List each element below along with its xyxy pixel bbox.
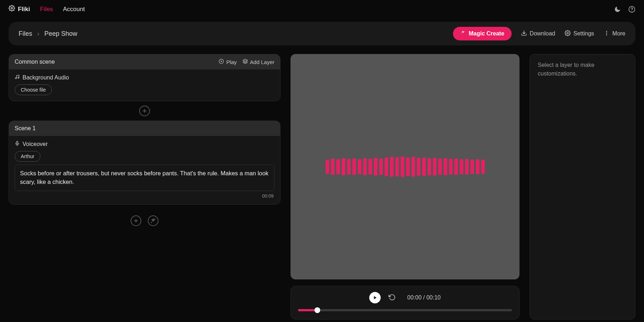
plus-icon — [142, 108, 147, 114]
background-audio-label: Background Audio — [23, 74, 69, 81]
audio-waveform — [326, 156, 485, 177]
time-display: 00:00 / 00:10 — [407, 294, 440, 301]
play-button[interactable] — [369, 292, 381, 303]
download-icon — [521, 30, 527, 38]
ai-scene-button[interactable] — [148, 215, 158, 226]
svg-point-14 — [18, 77, 19, 79]
svg-marker-11 — [221, 60, 223, 62]
common-scene-add-layer-button[interactable]: Add Layer — [243, 59, 274, 65]
gear-icon — [9, 5, 15, 13]
common-scene-play-button[interactable]: Play — [219, 59, 236, 65]
microphone-icon — [15, 141, 20, 147]
svg-point-9 — [606, 34, 606, 35]
svg-point-4 — [461, 33, 462, 34]
breadcrumb: Files › Peep Show — [19, 30, 77, 38]
settings-button[interactable]: Settings — [565, 30, 594, 38]
settings-icon — [565, 30, 571, 38]
background-audio-layer[interactable]: Background Audio — [15, 74, 274, 81]
sparkle-icon — [150, 218, 156, 224]
play-triangle-icon — [373, 295, 378, 300]
svg-marker-12 — [243, 59, 248, 61]
brand[interactable]: Fliki — [9, 5, 30, 13]
preview-column: 00:00 / 00:10 — [291, 54, 519, 319]
breadcrumb-current: Peep Show — [44, 30, 77, 38]
progress-thumb[interactable] — [314, 307, 320, 313]
top-nav: Fliki Files Account — [0, 0, 644, 18]
svg-point-3 — [464, 31, 465, 31]
sparkle-icon — [460, 30, 466, 37]
scenes-column: Common scene Play Add Layer — [9, 54, 280, 319]
common-scene-header: Common scene Play Add Layer — [9, 54, 280, 69]
breadcrumb-separator: › — [37, 30, 39, 38]
rewind-icon — [389, 294, 396, 301]
action-bar: Files › Peep Show Magic Create Download … — [9, 22, 635, 45]
common-scene-title: Common scene — [15, 59, 55, 65]
settings-label: Settings — [574, 30, 594, 37]
progress-slider[interactable] — [298, 309, 512, 311]
scene-1-header: Scene 1 — [9, 121, 280, 136]
svg-marker-22 — [374, 296, 377, 300]
layers-icon — [243, 59, 248, 65]
plus-icon — [133, 218, 139, 224]
nav-files[interactable]: Files — [40, 6, 53, 13]
svg-point-6 — [567, 32, 568, 34]
theme-toggle-icon[interactable] — [614, 6, 621, 13]
svg-point-0 — [11, 8, 13, 9]
inspector-hint: Select a layer to make customizations. — [538, 61, 627, 78]
voiceover-label: Voiceover — [23, 141, 48, 147]
scene-1-title: Scene 1 — [15, 125, 36, 132]
script-textarea[interactable]: Socks before or after trousers, but neve… — [15, 165, 274, 191]
more-label: More — [613, 30, 625, 37]
svg-point-13 — [15, 78, 17, 79]
inspector-panel: Select a layer to make customizations. — [530, 54, 635, 319]
breadcrumb-root[interactable]: Files — [19, 30, 32, 38]
preview-canvas[interactable] — [291, 54, 519, 279]
rewind-button[interactable] — [389, 294, 396, 302]
svg-point-20 — [155, 219, 155, 219]
brand-label: Fliki — [18, 6, 30, 13]
more-button[interactable]: More — [604, 30, 625, 38]
nav-account[interactable]: Account — [63, 6, 85, 13]
svg-point-7 — [606, 31, 606, 31]
add-scene-between-button[interactable] — [139, 106, 150, 116]
scene-1-duration: 00:09 — [15, 191, 274, 199]
download-button[interactable]: Download — [521, 30, 555, 38]
scene-1-card: Scene 1 Voiceover Arthur Socks before or… — [9, 121, 280, 205]
svg-point-21 — [151, 222, 152, 223]
svg-point-8 — [606, 33, 606, 33]
download-label: Download — [530, 30, 555, 37]
voice-selector-button[interactable]: Arthur — [15, 151, 40, 162]
voiceover-layer[interactable]: Voiceover — [15, 141, 274, 147]
play-icon — [219, 59, 224, 65]
help-icon[interactable] — [628, 6, 635, 13]
playback-bar: 00:00 / 00:10 — [291, 286, 519, 319]
music-note-icon — [15, 74, 20, 81]
magic-create-button[interactable]: Magic Create — [453, 27, 512, 40]
choose-file-button[interactable]: Choose file — [15, 84, 52, 95]
common-scene-card: Common scene Play Add Layer — [9, 54, 280, 101]
workarea: Common scene Play Add Layer — [0, 49, 644, 322]
more-icon — [604, 30, 610, 38]
add-scene-button[interactable] — [131, 215, 141, 226]
magic-create-label: Magic Create — [469, 30, 504, 37]
